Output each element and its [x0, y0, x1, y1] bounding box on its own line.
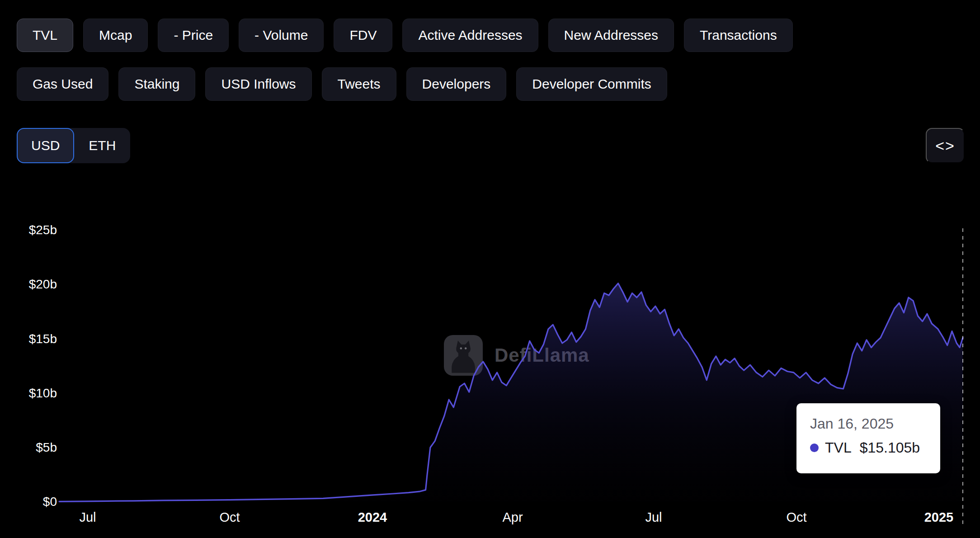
series-marker-icon: [810, 444, 819, 452]
tooltip-date: Jan 16, 2025: [810, 415, 927, 432]
tooltip-series-label: TVL: [825, 439, 852, 456]
chart-tooltip: Jan 16, 2025 TVL $15.105b: [796, 403, 940, 473]
tooltip-value: $15.105b: [860, 439, 920, 456]
